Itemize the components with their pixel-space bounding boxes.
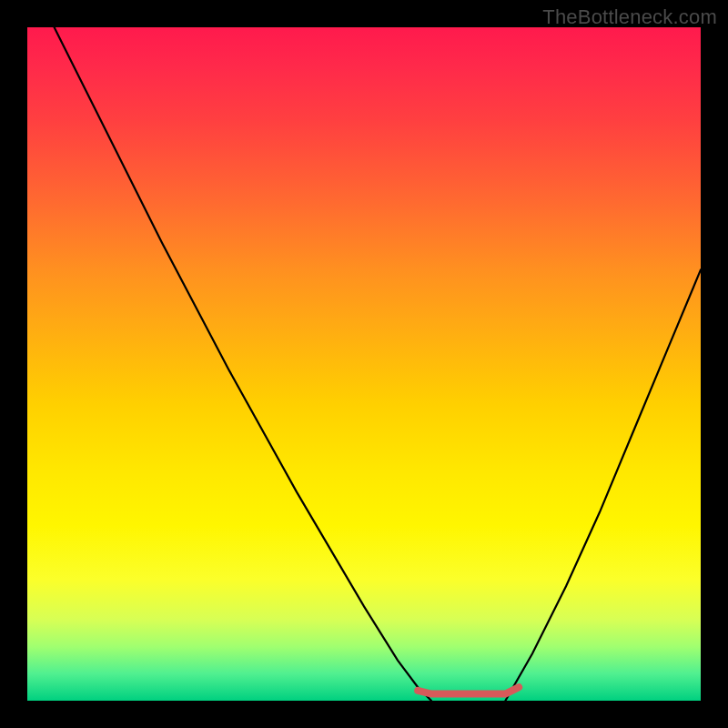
right-curve <box>505 269 701 701</box>
plot-gradient-background <box>27 27 701 701</box>
valley-highlight <box>418 687 519 693</box>
chart-svg <box>27 27 701 701</box>
watermark-text: TheBottleneck.com <box>542 5 717 29</box>
chart-frame: TheBottleneck.com <box>0 0 728 728</box>
left-curve <box>55 27 431 701</box>
